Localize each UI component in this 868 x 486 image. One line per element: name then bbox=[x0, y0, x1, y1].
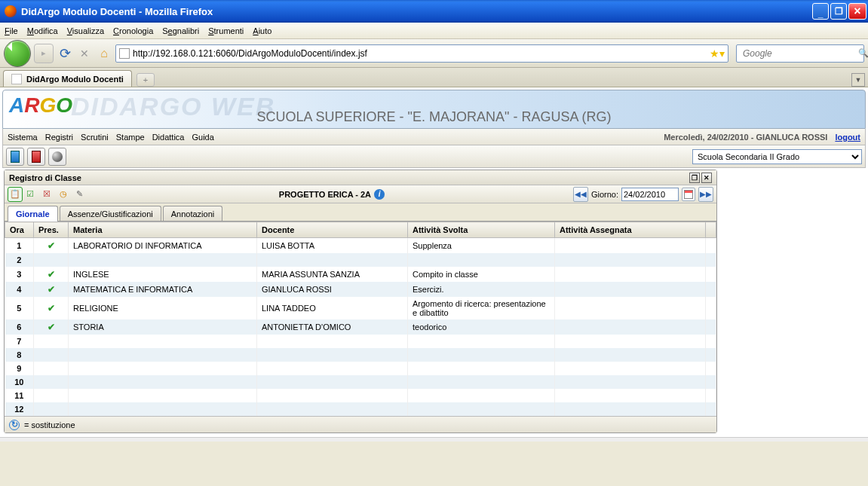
stop-button[interactable]: ✕ bbox=[76, 45, 93, 62]
menu-stampe[interactable]: Stampe bbox=[116, 133, 145, 142]
registro-rosso-button[interactable] bbox=[27, 148, 45, 166]
tablist-dropdown[interactable]: ▼ bbox=[851, 73, 865, 87]
cell-assegnata bbox=[555, 297, 706, 319]
menu-file[interactable]: File bbox=[5, 26, 18, 35]
col-docente[interactable]: Docente bbox=[257, 222, 408, 238]
table-row[interactable]: 10 bbox=[5, 375, 716, 389]
browser-tab[interactable]: DidArgo Modulo Docenti bbox=[3, 70, 132, 87]
cell-pres bbox=[34, 335, 69, 348]
col-spacer bbox=[706, 222, 716, 238]
toolbar-btn-1[interactable]: 📋 bbox=[8, 187, 23, 202]
table-row[interactable]: 5 ✔ RELIGIONE LINA TADDEO Argomento di r… bbox=[5, 297, 716, 319]
cell-materia: STORIA bbox=[69, 319, 257, 335]
menu-scrutini[interactable]: Scrutini bbox=[81, 133, 109, 142]
calendar-picker-button[interactable] bbox=[682, 188, 695, 201]
statusbar bbox=[0, 437, 868, 442]
toolbar-btn-2[interactable]: ☑ bbox=[24, 187, 39, 202]
info-icon[interactable]: i bbox=[374, 189, 385, 200]
menu-aiuto[interactable]: Aiuto bbox=[253, 26, 271, 35]
tab-annotazioni[interactable]: Annotazioni bbox=[163, 206, 223, 221]
bookmark-star-icon[interactable]: ★▾ bbox=[710, 47, 725, 60]
cell-ora: 2 bbox=[5, 253, 34, 267]
tab-assenze[interactable]: Assenze/Giustificazioni bbox=[60, 206, 161, 221]
panel-close-button[interactable]: ✕ bbox=[701, 173, 712, 183]
menu-didattica[interactable]: Didattica bbox=[152, 133, 185, 142]
new-tab-button[interactable]: + bbox=[136, 73, 155, 87]
cell-ora: 1 bbox=[5, 238, 34, 254]
cell-svolta: Argomento di ricerca: presentazione e di… bbox=[408, 297, 555, 319]
cell-ora: 5 bbox=[5, 297, 34, 319]
search-input[interactable] bbox=[743, 48, 857, 59]
cell-ora: 11 bbox=[5, 389, 34, 402]
table-row[interactable]: 7 bbox=[5, 335, 716, 348]
cell-ora: 4 bbox=[5, 282, 34, 297]
toolbar-btn-3[interactable]: ☒ bbox=[41, 187, 56, 202]
col-ora[interactable]: Ora bbox=[5, 222, 34, 238]
panel-toolbar: 📋 ☑ ☒ ◷ ✎ PROGETTO ERICA - 2A i ◀◀ Giorn… bbox=[5, 185, 716, 203]
menu-registri[interactable]: Registri bbox=[45, 133, 73, 142]
menu-sistema[interactable]: Sistema bbox=[8, 133, 38, 142]
menu-segnalibri[interactable]: Segnalibri bbox=[162, 26, 199, 35]
window-title: DidArgo Modulo Docenti - Mozilla Firefox bbox=[21, 6, 213, 17]
table-row[interactable]: 2 bbox=[5, 253, 716, 267]
menu-cronologia[interactable]: Cronologia bbox=[113, 26, 153, 35]
cell-spacer bbox=[706, 402, 716, 416]
tab-giornale[interactable]: Giornale bbox=[8, 206, 58, 222]
menu-strumenti[interactable]: Strumenti bbox=[208, 26, 244, 35]
cell-materia bbox=[69, 389, 257, 402]
logout-link[interactable]: logout bbox=[835, 133, 860, 142]
cell-assegnata bbox=[555, 402, 706, 416]
forward-button[interactable]: ▸ bbox=[34, 44, 54, 63]
registro-blu-button[interactable] bbox=[6, 148, 24, 166]
date-input[interactable] bbox=[621, 188, 679, 201]
cell-svolta bbox=[408, 375, 555, 389]
school-level-select[interactable]: Scuola Secondaria II Grado bbox=[692, 149, 862, 164]
minimize-button[interactable] bbox=[812, 3, 829, 20]
table-row[interactable]: 3 ✔ INGLESE MARIA ASSUNTA SANZIA Compito… bbox=[5, 267, 716, 282]
table-row[interactable]: 6 ✔ STORIA ANTONIETTA D'OMICO teodorico bbox=[5, 319, 716, 335]
url-bar[interactable]: ★▾ bbox=[115, 44, 728, 63]
col-pres[interactable]: Pres. bbox=[34, 222, 69, 238]
table-row[interactable]: 9 bbox=[5, 362, 716, 375]
cell-svolta: Esercizi. bbox=[408, 282, 555, 297]
panel-maximize-button[interactable]: ❐ bbox=[689, 173, 700, 183]
url-input[interactable] bbox=[133, 48, 707, 59]
prev-day-button[interactable]: ◀◀ bbox=[573, 187, 588, 202]
cell-docente bbox=[257, 389, 408, 402]
cell-ora: 6 bbox=[5, 319, 34, 335]
table-row[interactable]: 8 bbox=[5, 348, 716, 362]
sphere-button[interactable] bbox=[48, 148, 66, 166]
next-day-button[interactable]: ▶▶ bbox=[698, 187, 713, 202]
cell-svolta bbox=[408, 335, 555, 348]
window-titlebar: DidArgo Modulo Docenti - Mozilla Firefox bbox=[0, 0, 868, 23]
table-row[interactable]: 11 bbox=[5, 389, 716, 402]
book-red-icon bbox=[32, 151, 41, 163]
calendar-red-icon: ☒ bbox=[43, 189, 54, 200]
clock-icon: ◷ bbox=[60, 189, 70, 200]
back-button[interactable] bbox=[4, 40, 31, 67]
cell-pres bbox=[34, 389, 69, 402]
home-button[interactable]: ⌂ bbox=[96, 45, 112, 62]
col-svolta[interactable]: Attività Svolta bbox=[408, 222, 555, 238]
menu-modifica[interactable]: Modifica bbox=[27, 26, 58, 35]
firefox-icon bbox=[5, 5, 17, 17]
cell-svolta: teodorico bbox=[408, 319, 555, 335]
app-menubar: Sistema Registri Scrutini Stampe Didatti… bbox=[2, 129, 866, 145]
col-materia[interactable]: Materia bbox=[69, 222, 257, 238]
menu-guida[interactable]: Guida bbox=[192, 133, 213, 142]
toolbar-btn-5[interactable]: ✎ bbox=[74, 187, 89, 202]
menu-visualizza[interactable]: Visualizza bbox=[67, 26, 104, 35]
cell-materia bbox=[69, 348, 257, 362]
registro-panel: Registro di Classe ❐ ✕ 📋 ☑ ☒ ◷ ✎ PROGETT… bbox=[4, 170, 717, 433]
table-row[interactable]: 12 bbox=[5, 402, 716, 416]
table-row[interactable]: 1 ✔ LABORATORIO DI INFORMATICA LUISA BOT… bbox=[5, 238, 716, 254]
search-lens-icon[interactable]: 🔍 bbox=[858, 48, 868, 58]
search-bar[interactable]: 🔍 bbox=[736, 44, 864, 63]
toolbar-btn-4[interactable]: ◷ bbox=[57, 187, 72, 202]
maximize-button[interactable] bbox=[830, 3, 847, 20]
col-assegnata[interactable]: Attività Assegnata bbox=[555, 222, 706, 238]
table-row[interactable]: 4 ✔ MATEMATICA E INFORMATICA GIANLUCA RO… bbox=[5, 282, 716, 297]
cell-assegnata bbox=[555, 389, 706, 402]
reload-button[interactable]: ⟳ bbox=[57, 45, 73, 62]
close-button[interactable] bbox=[848, 3, 866, 20]
